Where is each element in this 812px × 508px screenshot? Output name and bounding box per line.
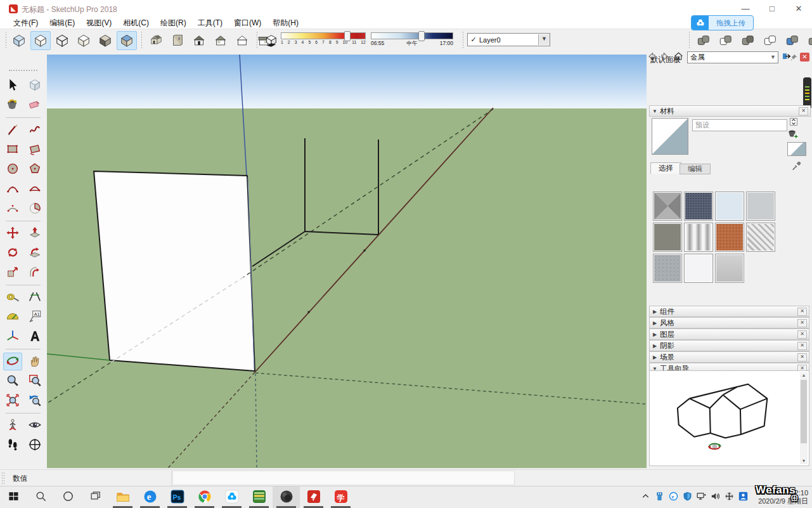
date-slider-handle[interactable] [344, 31, 351, 41]
toolbar-grip[interactable] [141, 31, 143, 48]
taskbar-chrome[interactable] [191, 486, 218, 508]
select-tool[interactable] [3, 77, 22, 94]
outer-shell-button[interactable] [693, 31, 714, 50]
taskbar-start[interactable] [0, 486, 27, 508]
section-close-icon[interactable]: ✕ [797, 342, 807, 350]
tray-ime[interactable] [722, 486, 736, 508]
viewport[interactable] [47, 55, 647, 468]
floating-color-widget[interactable] [803, 77, 811, 109]
section-close-icon[interactable]: ✕ [797, 353, 807, 361]
zoom-tool[interactable] [3, 372, 22, 390]
tray-edge[interactable]: e [666, 486, 680, 508]
drag-upload-button[interactable]: 拖拽上传 [691, 15, 754, 30]
material-light-gray-metal[interactable] [746, 192, 775, 221]
move-tool[interactable] [3, 225, 22, 242]
section-close-icon[interactable]: ✕ [797, 330, 807, 339]
menu-view[interactable]: 视图(V) [81, 18, 117, 29]
line-tool[interactable] [3, 121, 22, 139]
orbit-tool[interactable] [3, 353, 22, 370]
position-camera-tool[interactable] [3, 417, 22, 434]
triangle-right-icon[interactable]: ▶ [650, 343, 660, 349]
section-close-icon[interactable]: ✕ [797, 308, 807, 316]
tray-contact[interactable] [736, 486, 750, 508]
scale-tool[interactable] [3, 264, 22, 282]
walk-tool[interactable] [3, 436, 22, 454]
material-galvanized-steel[interactable] [653, 254, 682, 283]
section-阴影[interactable]: ▶阴影✕ [649, 340, 809, 351]
toolbar-grip[interactable] [688, 31, 690, 48]
palette-grip[interactable] [9, 70, 37, 73]
triangle-right-icon[interactable]: ▶ [650, 320, 660, 326]
menu-camera[interactable]: 相机(C) [117, 18, 155, 29]
shadow-dialog-button[interactable] [261, 31, 281, 50]
material-corrugated-silver[interactable] [684, 223, 713, 252]
maximize-button[interactable]: □ [759, 0, 785, 17]
section-plane-tool[interactable] [25, 436, 44, 454]
paint-bucket-tool[interactable] [3, 96, 22, 114]
push-pull-tool[interactable] [25, 225, 44, 242]
tray-close-button[interactable]: ✕ [800, 53, 809, 62]
material-diamond-plate-silver[interactable] [746, 223, 775, 252]
taskbar-xue-app[interactable]: 学 [327, 486, 354, 508]
make-component-tool[interactable] [25, 77, 44, 94]
shadow-time-slider[interactable]: 06:55 中午 17:00 [371, 32, 453, 48]
taskbar-search[interactable] [27, 486, 55, 508]
3d-text-tool[interactable] [25, 328, 44, 346]
material-name-field[interactable]: 预设 [692, 119, 787, 131]
measurement-input[interactable] [172, 471, 515, 485]
material-brushed-aluminum[interactable] [715, 254, 744, 283]
rectangle-tool[interactable] [3, 141, 22, 159]
taskbar-dark-sphere-app[interactable] [273, 486, 300, 508]
dimension-tool[interactable] [25, 289, 44, 306]
tray-network[interactable] [694, 486, 708, 508]
polygon-tool[interactable] [25, 160, 44, 178]
section-风格[interactable]: ▶风格✕ [649, 317, 809, 329]
taskbar-task-view[interactable] [82, 486, 109, 508]
tray-shield[interactable] [680, 486, 694, 508]
freehand-tool[interactable] [25, 121, 44, 139]
zoom-previous-tool[interactable] [25, 392, 44, 410]
face-style-xray[interactable] [9, 31, 29, 50]
eraser-tool[interactable] [25, 96, 44, 114]
right-view-button[interactable] [210, 31, 231, 50]
axes-tool[interactable] [3, 328, 22, 346]
toolbar-grip[interactable] [5, 31, 7, 48]
section-场景[interactable]: ▶场景✕ [649, 351, 809, 363]
material-diamond-plate-dark[interactable] [653, 192, 682, 221]
material-gunmetal[interactable] [653, 223, 682, 252]
material-pale-blue-metal[interactable] [715, 192, 744, 221]
instructor-scrollbar[interactable]: ▲ ▼ [800, 372, 808, 464]
materials-section-header[interactable]: ▼ 材料 ✕ [649, 105, 811, 117]
taskbar-edge-browser[interactable]: e [136, 486, 164, 508]
offset-tool[interactable] [25, 264, 44, 282]
taskbar-sketchup[interactable] [300, 486, 327, 508]
zoom-extents-tool[interactable] [3, 392, 22, 410]
intersect-button[interactable] [716, 31, 736, 50]
menu-file[interactable]: 文件(F) [8, 18, 44, 29]
subtract-button[interactable] [760, 31, 780, 50]
protractor-tool[interactable] [3, 308, 22, 326]
menu-help[interactable]: 帮助(H) [267, 18, 304, 29]
material-copper[interactable] [715, 223, 744, 252]
split-button[interactable] [804, 31, 812, 50]
taskbar-baidu-netdisk[interactable] [218, 486, 245, 508]
pin-icon[interactable] [790, 53, 798, 63]
top-view-button[interactable] [167, 31, 188, 50]
layer-dropdown-arrow-icon[interactable]: ▼ [538, 34, 550, 45]
front-view-button[interactable] [189, 31, 209, 50]
taskbar-green-stripes-app[interactable] [245, 486, 273, 508]
menu-edit[interactable]: 编辑(E) [44, 18, 81, 29]
minimize-button[interactable]: — [732, 0, 759, 17]
face-style-shaded-with-textures[interactable] [117, 31, 137, 50]
face-style-shaded[interactable] [95, 31, 115, 50]
section-close-icon[interactable]: ✕ [797, 319, 807, 327]
shadow-date-slider[interactable]: 123456789101112 [281, 32, 366, 44]
section-图层[interactable]: ▶图层✕ [649, 329, 809, 340]
union-button[interactable] [738, 31, 758, 50]
scrollbar-thumb[interactable] [801, 380, 807, 443]
iso-view-button[interactable] [146, 31, 166, 50]
trim-button[interactable] [782, 31, 802, 50]
toolbar-grip[interactable] [462, 31, 464, 48]
look-around-tool[interactable] [25, 417, 44, 434]
rotate-tool[interactable] [3, 244, 22, 262]
